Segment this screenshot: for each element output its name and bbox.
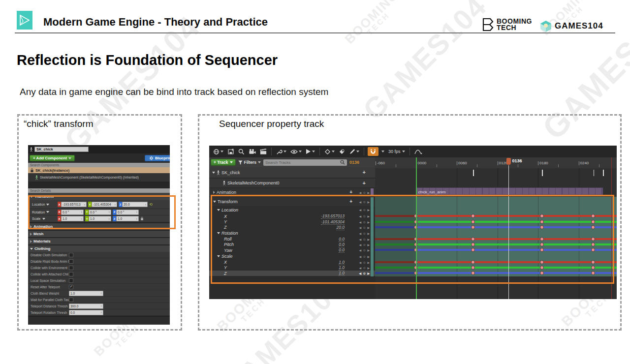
sequencer-track-row-skeletalmeshcomponent0[interactable]: SkeletalMeshComponent0+ bbox=[209, 179, 375, 187]
games104-cube-icon bbox=[539, 20, 552, 32]
property-label: Teleport Distance Thresh bbox=[31, 304, 69, 308]
checkbox[interactable]: ✓ bbox=[69, 285, 73, 289]
drag-handle-icon: ↕ bbox=[101, 304, 102, 307]
funnel-icon bbox=[238, 160, 243, 165]
details-spacer bbox=[28, 182, 170, 188]
actor-name-input[interactable]: SK_chick bbox=[34, 147, 89, 152]
marked-frames-button[interactable] bbox=[338, 147, 346, 156]
eye-icon bbox=[290, 149, 298, 154]
playhead-marker[interactable] bbox=[506, 158, 511, 165]
drag-handle-icon: ↕ bbox=[101, 292, 102, 295]
add-track-button[interactable]: + Track bbox=[211, 159, 236, 166]
section-header-clothing[interactable]: Clothing bbox=[28, 244, 170, 252]
edit-options-button[interactable] bbox=[348, 147, 360, 156]
clothing-row: Wait for Parallel Cloth Tas bbox=[28, 297, 170, 303]
dropdown-caret-icon bbox=[381, 151, 384, 152]
snapping-toggle-button[interactable] bbox=[368, 147, 378, 156]
dropdown-caret-icon bbox=[258, 161, 261, 163]
add-section-plus-button[interactable]: + bbox=[349, 190, 352, 195]
ruler-frame-label: 0240 bbox=[580, 161, 589, 165]
expand-arrow-icon bbox=[213, 191, 215, 194]
course-logo bbox=[17, 11, 32, 30]
ruler-keyframe-mark bbox=[594, 170, 595, 176]
expand-arrow-icon bbox=[30, 233, 32, 236]
camera-icon bbox=[249, 149, 256, 154]
view-options-button[interactable] bbox=[289, 147, 303, 156]
clothing-row: Disable Cloth Simulation bbox=[28, 252, 170, 258]
gear-icon bbox=[149, 156, 154, 160]
property-label: Cloth Blend Weight bbox=[31, 292, 69, 295]
skeletal-mesh-icon bbox=[222, 181, 226, 185]
dropdown-caret-icon bbox=[356, 151, 359, 152]
add-track-plus-button[interactable]: + bbox=[363, 170, 366, 175]
ruler-minor-tick bbox=[477, 164, 477, 167]
ruler-tick bbox=[498, 161, 498, 165]
details-footer-row bbox=[28, 316, 170, 324]
drag-handle-icon: ↕ bbox=[101, 311, 102, 314]
curve-editor-button[interactable] bbox=[413, 147, 423, 156]
ruler-frame-label: 0180 bbox=[539, 161, 548, 165]
search-details-input[interactable]: Search Details bbox=[28, 188, 170, 193]
right-highlight-annotation bbox=[211, 195, 614, 284]
checkbox[interactable] bbox=[69, 278, 73, 283]
search-components-input[interactable]: Search Components bbox=[28, 163, 170, 167]
section-header-mesh[interactable]: Mesh bbox=[28, 230, 170, 237]
component-row-skeletalmesh[interactable]: SkeletalMeshComponent (SkeletalMeshCompo… bbox=[28, 173, 170, 182]
sequencer-track-row-sk_chick[interactable]: SK_chick+ bbox=[209, 167, 375, 178]
left-highlight-annotation bbox=[28, 195, 176, 229]
ruler-frame-label: -060 bbox=[377, 161, 385, 165]
save-icon bbox=[227, 148, 234, 155]
dropdown-caret-icon bbox=[220, 151, 223, 152]
component-row-instance[interactable]: SK_chick(Instance) bbox=[28, 167, 170, 173]
property-label: Teleport Rotation Thresh bbox=[31, 311, 69, 314]
keyframe-diamond-icon bbox=[324, 149, 331, 155]
create-camera-button[interactable] bbox=[248, 147, 257, 156]
value-field[interactable]: 300.0↕ bbox=[69, 303, 103, 309]
ruler-keyframe-mark bbox=[603, 170, 604, 176]
keyframe-nav-buttons[interactable]: ◀ ⊙ ▶ bbox=[359, 191, 370, 194]
clothing-row: Collide with Attached Chil bbox=[28, 271, 170, 277]
checkbox[interactable] bbox=[69, 298, 73, 302]
timeline-ruler[interactable]: -060000000600120018002400300 bbox=[375, 157, 617, 168]
playback-options-button[interactable] bbox=[305, 147, 316, 156]
keyframe-options-button[interactable] bbox=[323, 147, 336, 156]
value-field[interactable]: 0.0↕ bbox=[69, 310, 103, 315]
section-header-materials[interactable]: Materials bbox=[28, 237, 170, 244]
dropdown-caret-icon bbox=[284, 151, 286, 152]
dropdown-caret-icon bbox=[312, 151, 315, 152]
toolbar-separator bbox=[410, 148, 410, 155]
edit-blueprint-button[interactable]: Blueprint bbox=[145, 155, 170, 161]
sequencer-settings-button[interactable] bbox=[275, 147, 287, 156]
value-field[interactable]: 1.0↕ bbox=[69, 291, 103, 296]
header-divider bbox=[15, 32, 615, 33]
filters-button[interactable]: Filters bbox=[238, 160, 261, 165]
checkbox[interactable] bbox=[69, 259, 73, 264]
render-movie-button[interactable] bbox=[259, 147, 268, 156]
fps-dropdown[interactable]: 30 fps bbox=[387, 147, 406, 156]
marked-frame-icon bbox=[339, 149, 345, 155]
wrench-icon bbox=[276, 149, 283, 155]
dropdown-caret-icon bbox=[230, 161, 233, 163]
ruler-tick bbox=[538, 161, 538, 165]
snapping-caret-button[interactable] bbox=[380, 147, 385, 156]
property-label: Wait for Parallel Cloth Tas bbox=[31, 298, 69, 302]
checkbox[interactable] bbox=[69, 266, 73, 270]
current-frame-display[interactable]: 0136 bbox=[349, 160, 359, 165]
world-outliner-button[interactable] bbox=[212, 147, 224, 156]
ruler-frame-label: 0060 bbox=[458, 161, 467, 165]
dropdown-caret-icon bbox=[332, 151, 335, 152]
checkbox[interactable] bbox=[69, 272, 73, 276]
save-button[interactable] bbox=[226, 147, 235, 156]
dropdown-caret-icon bbox=[299, 151, 302, 152]
curve-icon bbox=[414, 149, 422, 155]
ruler-keyframe-mark bbox=[473, 170, 474, 176]
playhead-frame-label: 0136 bbox=[512, 158, 522, 163]
checkbox[interactable] bbox=[69, 253, 73, 257]
find-in-sequence-button[interactable] bbox=[237, 147, 246, 156]
property-label: Disable Rigid Body Anim N bbox=[31, 260, 69, 263]
play-icon bbox=[306, 149, 311, 154]
search-tracks-input[interactable]: Search Tracks bbox=[263, 159, 347, 166]
add-component-button[interactable]: + Add Component bbox=[30, 155, 75, 161]
ruler-frame-label: 0000 bbox=[418, 161, 427, 165]
add-track-plus-button[interactable]: + bbox=[363, 181, 366, 186]
